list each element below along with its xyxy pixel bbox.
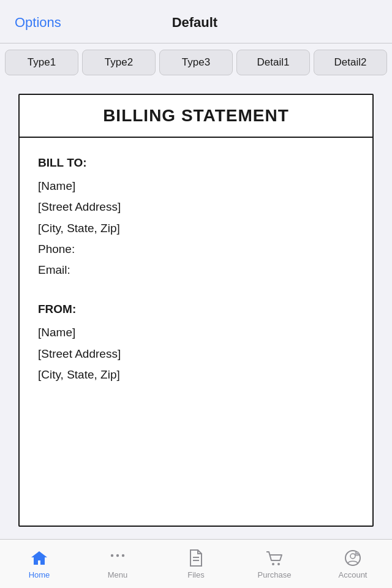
svg-point-1 [116,554,119,557]
bottom-tab-account[interactable]: Account [314,540,392,588]
bottom-tab-purchase[interactable]: Purchase [235,540,314,588]
svg-point-5 [272,563,274,565]
options-button[interactable]: Options [15,15,61,31]
account-icon [343,548,363,568]
bill-to-section: BILL TO: [Name] [Street Address] [City, … [38,153,354,281]
bill-to-name: [Name] [38,176,354,197]
tab-type3[interactable]: Type3 [159,50,233,75]
from-section: FROM: [Name] [Street Address] [City, Sta… [38,299,354,385]
from-label: FROM: [38,299,354,320]
tab-detail1[interactable]: Detail1 [236,50,310,75]
bill-to-email: Email: [38,260,354,281]
svg-point-2 [122,554,124,557]
from-name: [Name] [38,322,354,343]
bottom-tab-files[interactable]: Files [157,540,235,588]
from-street: [Street Address] [38,344,354,364]
bill-to-street: [Street Address] [38,197,354,217]
from-city: [City, State, Zip] [38,364,354,385]
files-icon [186,548,206,568]
main-content: BILLING STATEMENT BILL TO: [Name] [Stree… [0,81,392,539]
home-tab-label: Home [29,570,50,579]
bill-to-label: BILL TO: [38,153,354,173]
menu-icon [108,548,127,568]
bottom-bar: Home Menu Files [0,539,392,588]
top-bar: Options Default [0,0,392,43]
tab-detail2[interactable]: Detail2 [314,50,387,75]
svg-point-8 [350,554,355,559]
purchase-icon [265,548,284,568]
bill-to-city: [City, State, Zip] [38,218,354,239]
page-title: Default [172,15,218,31]
files-tab-label: Files [187,570,204,579]
bill-to-phone: Phone: [38,239,354,260]
menu-tab-label: Menu [108,570,128,579]
bottom-tab-menu[interactable]: Menu [78,540,157,588]
billing-body: BILL TO: [Name] [Street Address] [City, … [20,138,372,418]
home-icon [29,548,49,568]
svg-point-6 [277,563,280,565]
tab-strip: Type1 Type2 Type3 Detail1 Detail2 [0,43,392,81]
purchase-tab-label: Purchase [258,570,292,579]
billing-header: BILLING STATEMENT [20,95,372,138]
bottom-tab-home[interactable]: Home [0,540,78,588]
tab-type1[interactable]: Type1 [5,50,78,75]
svg-point-0 [111,554,113,557]
account-tab-label: Account [339,570,368,579]
billing-card: BILLING STATEMENT BILL TO: [Name] [Stree… [18,94,374,527]
tab-type2[interactable]: Type2 [82,50,156,75]
billing-title: BILLING STATEMENT [103,106,289,125]
